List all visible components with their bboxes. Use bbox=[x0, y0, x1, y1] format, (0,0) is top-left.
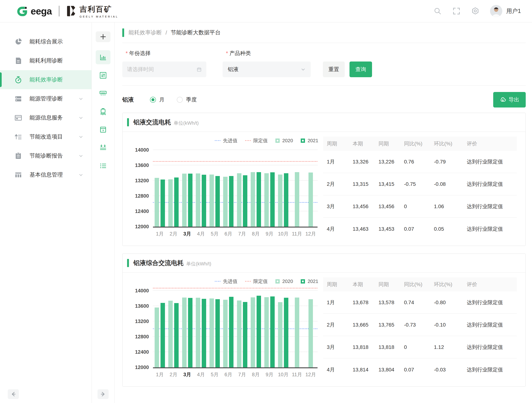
legend-swatch bbox=[215, 140, 220, 141]
legend-item-2020[interactable]: 2020 bbox=[275, 138, 293, 144]
year-date-picker[interactable] bbox=[122, 62, 206, 77]
legend-item-先进值[interactable]: 先进值 bbox=[215, 278, 237, 285]
table-cell: 达到行业限定值 bbox=[467, 158, 517, 165]
table-cell: 13,818 bbox=[353, 344, 379, 350]
bar-2020 bbox=[182, 297, 187, 367]
app: eega 吉利百矿 GEELY MATERIAL bbox=[0, 0, 532, 403]
legend-swatch bbox=[301, 279, 305, 283]
add-button[interactable] bbox=[96, 31, 110, 42]
bar-group-12月 bbox=[304, 150, 317, 227]
tool-air-conditioner[interactable] bbox=[96, 86, 110, 101]
legend-swatch bbox=[245, 281, 251, 282]
sidebar-item-energy-overview[interactable]: 能耗综合展示 bbox=[0, 32, 91, 51]
legend-item-2021[interactable]: 2021 bbox=[301, 138, 318, 144]
bar-2021 bbox=[160, 180, 165, 227]
bars-row bbox=[153, 150, 317, 227]
tool-strip bbox=[92, 23, 115, 403]
card-icon bbox=[14, 114, 22, 122]
search-icon[interactable] bbox=[434, 7, 442, 15]
legend-item-2021[interactable]: 2021 bbox=[301, 278, 318, 284]
legend-item-先进值[interactable]: 先进值 bbox=[215, 137, 237, 144]
bar-group-3月 bbox=[180, 150, 194, 227]
user-menu[interactable]: 用户1 bbox=[490, 5, 521, 17]
product-type-select[interactable]: 铝液 bbox=[223, 62, 311, 77]
bar-group-11月 bbox=[290, 150, 304, 227]
table-cell: 2月 bbox=[327, 321, 353, 328]
table-cell: 1月 bbox=[327, 299, 353, 306]
table-cell: 0.07 bbox=[404, 226, 434, 232]
strip-expand-button[interactable] bbox=[98, 389, 109, 399]
required-marker: * bbox=[126, 50, 128, 56]
bar-group-8月 bbox=[249, 150, 263, 227]
chevron-down-icon bbox=[78, 172, 83, 177]
sidebar-item-energy-utilization[interactable]: 能耗利用诊断 bbox=[0, 51, 91, 70]
sidebar-item-energy-management[interactable]: 能源管理诊断 bbox=[0, 89, 91, 108]
y-axis-tick-label: 12400 bbox=[130, 208, 149, 214]
table-body: 1月13,32613,2260.76-0.79达到行业限定值2月13,31513… bbox=[323, 151, 517, 240]
legend-item-2020[interactable]: 2020 bbox=[275, 278, 293, 284]
panel-unit: 单位(kWh/t) bbox=[174, 118, 199, 126]
data-table: 周期本期同期同比(%)环比(%)评价1月13,32613,2260.76-0.7… bbox=[323, 137, 517, 240]
radio-quarter[interactable]: 季度 bbox=[177, 96, 197, 103]
table-header-cell: 评价 bbox=[467, 140, 517, 147]
bar-2020 bbox=[309, 172, 313, 227]
y-axis-tick-label: 14000 bbox=[130, 147, 149, 153]
sidebar-item-energy-info-service[interactable]: 能源信息服务 bbox=[0, 108, 91, 127]
table-cell: 13,678 bbox=[353, 300, 379, 305]
table-cell: 0.74 bbox=[404, 300, 434, 305]
brand-mark-icon bbox=[66, 5, 77, 17]
water-tank-icon bbox=[99, 107, 107, 116]
export-button[interactable]: 导出 bbox=[493, 92, 526, 107]
settings-icon[interactable] bbox=[471, 7, 479, 15]
query-button[interactable]: 查询 bbox=[349, 62, 372, 77]
sidebar-item-basic-info[interactable]: 基本信息管理 bbox=[0, 165, 91, 184]
breadcrumb-parent[interactable]: 能耗效率诊断 bbox=[129, 29, 162, 36]
bar-2021 bbox=[202, 299, 206, 367]
sidebar-collapse-button[interactable] bbox=[8, 389, 19, 399]
plot: 120001240012800132001360014000 bbox=[153, 150, 317, 227]
main: 能耗综合展示 能耗利用诊断 能耗效率诊断 bbox=[0, 23, 532, 403]
plus-icon bbox=[100, 33, 106, 40]
result-product-name: 铝液 bbox=[122, 96, 134, 104]
legend-item-限定值[interactable]: 限定值 bbox=[245, 137, 268, 144]
table-cell: 13,456 bbox=[353, 203, 379, 209]
y-axis-tick-label: 12000 bbox=[130, 365, 149, 370]
tool-bar-chart[interactable] bbox=[96, 50, 110, 64]
legend-label: 2021 bbox=[308, 278, 318, 284]
legend-item-限定值[interactable]: 限定值 bbox=[245, 278, 268, 285]
sidebar-item-diagnosis-report[interactable]: 节能诊断报告 bbox=[0, 146, 91, 165]
sidebar-item-energy-saving-projects[interactable]: 节能改造项目 bbox=[0, 127, 91, 146]
table-header-cell: 同期 bbox=[379, 281, 404, 288]
y-axis-tick-label: 12000 bbox=[130, 224, 149, 230]
brand-logo: 吉利百矿 GEELY MATERIAL bbox=[66, 4, 119, 18]
bar-group-11月 bbox=[290, 291, 304, 367]
x-axis-tick-label: 1月 bbox=[153, 371, 167, 378]
bar-group-3月 bbox=[180, 291, 194, 367]
table-cell: 13,326 bbox=[353, 159, 379, 165]
table-cell: 13,818 bbox=[379, 344, 404, 350]
tool-power-box[interactable] bbox=[96, 123, 110, 137]
header-actions: 用户1 bbox=[434, 5, 521, 17]
tool-list[interactable] bbox=[96, 159, 110, 173]
reset-button[interactable]: 重置 bbox=[323, 62, 345, 77]
cloud-download-icon bbox=[500, 97, 506, 103]
tool-water-tank[interactable] bbox=[96, 105, 110, 119]
product-type-label: *产品种类 bbox=[226, 50, 314, 57]
chart: 先进值限定值20202021 1200012400128001320013600… bbox=[123, 277, 321, 381]
bar-group-6月 bbox=[222, 150, 235, 227]
sidebar-item-energy-efficiency[interactable]: 能耗效率诊断 bbox=[0, 70, 91, 89]
chevron-down-icon bbox=[78, 96, 83, 101]
year-input[interactable] bbox=[127, 66, 197, 72]
bar-2021 bbox=[188, 298, 192, 367]
tool-sliders[interactable] bbox=[96, 68, 110, 82]
tool-import[interactable] bbox=[96, 141, 110, 155]
legend: 先进值限定值20202021 bbox=[130, 137, 321, 145]
result-bar: 铝液 月 季度 导出 bbox=[122, 92, 526, 107]
breadcrumb-separator: / bbox=[165, 30, 167, 36]
panel-title-text: 铝液交流电耗 bbox=[133, 118, 171, 126]
radio-month[interactable]: 月 bbox=[150, 96, 165, 103]
radio-dot bbox=[177, 97, 183, 103]
table-header-cell: 周期 bbox=[327, 281, 353, 288]
x-axis-tick-label: 3月 bbox=[180, 371, 194, 378]
fullscreen-icon[interactable] bbox=[452, 7, 461, 15]
